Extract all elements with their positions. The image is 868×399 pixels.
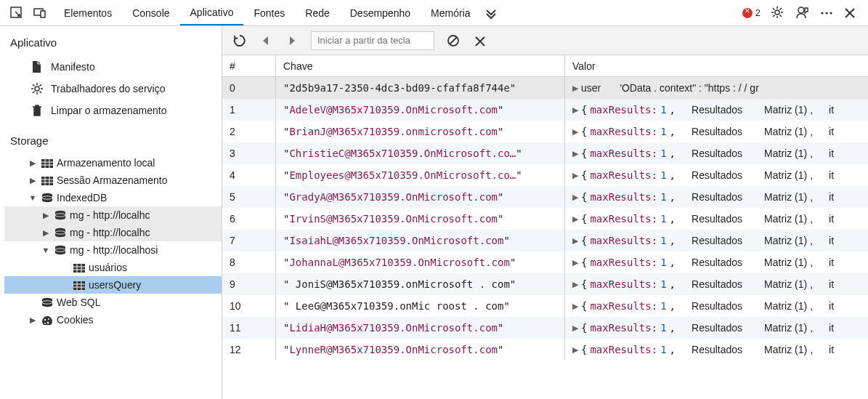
tree-twist-icon[interactable]: ▶ (41, 211, 51, 220)
table-row[interactable]: 5"GradyA@M365x710359.OnMicrosoft.com"▶{m… (222, 186, 868, 208)
tree-item-label: mg - http://localhc (70, 227, 150, 238)
db-icon (54, 245, 67, 255)
expand-icon[interactable]: ▶ (572, 149, 578, 158)
clear-store-button[interactable] (446, 33, 461, 48)
table-row[interactable]: 11"LidiaH@M365x710359.OnMicrosoft.com"▶{… (222, 317, 868, 339)
cell-value: ▶{maxResults: 1,ResultadosMatriz (1),it (565, 142, 868, 164)
expand-icon[interactable]: ▶ (572, 171, 578, 180)
table-icon (41, 175, 54, 185)
tab-rede[interactable]: Rede (295, 0, 339, 25)
cell-index: 4 (222, 164, 276, 186)
settings-icon[interactable] (771, 6, 785, 20)
table-row[interactable]: 6"IrvinS@M365x710359.OnMicrosoft.com"▶{m… (222, 208, 868, 230)
devtools-topbar: ElementosConsoleAplicativoFontesRedeDese… (0, 0, 868, 26)
cell-key: "JohannaL@M365x710359.OnMicrosoft.com" (276, 251, 565, 273)
cell-key: "IsaiahL@M365x710359.OnMicrosoft.com" (276, 230, 565, 251)
table-row[interactable]: 2"BrianJ@M365x710359.onmicrosoft.com"▶{m… (222, 121, 868, 142)
expand-icon[interactable]: ▶ (572, 105, 578, 115)
table-row[interactable]: 7"IsaiahL@M365x710359.OnMicrosoft.com"▶{… (222, 230, 868, 251)
key-filter-input[interactable] (311, 31, 434, 50)
tree-item[interactable]: ▶Armazenamento local (4, 154, 222, 172)
tree-twist-icon[interactable]: ▶ (41, 228, 51, 238)
tree-item-label: mg - http://localhc (70, 209, 150, 221)
expand-icon[interactable]: ▶ (572, 258, 578, 267)
header-index[interactable]: # (222, 55, 276, 76)
tree-twist-icon[interactable]: ▶ (28, 176, 38, 185)
expand-icon[interactable]: ▶ (572, 236, 578, 246)
cell-value: ▶{maxResults: 1,ResultadosMatriz (1),it (565, 208, 868, 230)
cell-value: ▶{maxResults: 1,ResultadosMatriz (1),it (565, 295, 868, 317)
trash-icon (31, 104, 44, 117)
sidebar-item-limpar-o-armazenamento[interactable]: Limpar o armazenamento (0, 100, 222, 121)
cell-key: " LeeG@M365x710359.onMic roost . com" (276, 295, 565, 317)
tree-item-label: usersQuery (89, 279, 141, 291)
tab-aplicativo[interactable]: Aplicativo (180, 0, 244, 25)
table-row[interactable]: 8"JohannaL@M365x710359.OnMicrosoft.com"▶… (222, 251, 868, 273)
tree-item[interactable]: Web SQL (4, 294, 222, 311)
tree-twist-icon[interactable]: ▼ (28, 193, 38, 202)
cell-key: " JoniS@M365x710359.onMicrosoft . com" (276, 273, 565, 295)
sidebar-item-trabalhadores-do-serviço[interactable]: Trabalhadores do serviço (0, 78, 222, 100)
tree-twist-icon[interactable]: ▶ (28, 158, 38, 168)
table-icon (73, 280, 86, 290)
cell-key: "IrvinS@M365x710359.OnMicrosoft.com" (276, 208, 565, 230)
expand-icon[interactable]: ▶ (572, 323, 578, 333)
error-count-badge[interactable]: 2 (742, 7, 760, 18)
tree-item[interactable]: ▶Cookies (4, 311, 222, 329)
tree-item-label: Cookies (57, 314, 94, 326)
tree-item[interactable]: ▼mg - http://localhosi (4, 241, 222, 259)
tree-item-label: Sessão Armazenamento (57, 174, 168, 186)
close-devtools-icon[interactable] (843, 7, 856, 20)
next-page-button[interactable] (285, 33, 299, 48)
tab-desempenho[interactable]: Desempenho (340, 0, 421, 25)
header-key[interactable]: Chave (276, 55, 565, 76)
header-value[interactable]: Valor (565, 55, 868, 76)
more-tabs-icon[interactable] (484, 7, 498, 20)
tree-twist-icon[interactable]: ▶ (28, 315, 38, 325)
table-row[interactable]: 0"2d5b9a17-2350-4dc3-bd09-cfaffa8f744e"▶… (222, 77, 868, 99)
db-icon (54, 227, 67, 238)
cell-value: ▶{maxResults: 1,ResultadosMatriz (1),it (565, 230, 868, 251)
expand-icon[interactable]: ▶ (572, 84, 578, 93)
tree-item[interactable]: ▶Sessão Armazenamento (4, 172, 222, 189)
inspect-icon[interactable] (10, 7, 23, 20)
tree-twist-icon[interactable]: ▼ (41, 246, 51, 254)
cell-value: ▶{maxResults: 1,ResultadosMatriz (1),it (565, 273, 868, 295)
table-toolbar (222, 26, 868, 55)
expand-icon[interactable]: ▶ (572, 302, 578, 311)
tree-item[interactable]: ▶mg - http://localhc (4, 206, 222, 224)
device-toggle-icon[interactable] (33, 7, 46, 20)
tree-item[interactable]: ▶mg - http://localhc (4, 224, 222, 241)
table-row[interactable]: 12"LynneR@M365x710359.OnMicrosoft.com"▶{… (222, 339, 868, 360)
top-tabs: ElementosConsoleAplicativoFontesRedeDese… (54, 0, 480, 25)
tab-console[interactable]: Console (122, 0, 179, 25)
tab-memória[interactable]: Memória (421, 0, 480, 25)
expand-icon[interactable]: ▶ (572, 193, 578, 202)
cell-index: 5 (222, 186, 276, 208)
expand-icon[interactable]: ▶ (572, 214, 578, 224)
tree-item[interactable]: ▼IndexedDB (4, 189, 222, 206)
db-icon (41, 193, 54, 203)
table-row[interactable]: 3"ChristieC@M365x710359.OnMicrosoft.co…"… (222, 142, 868, 164)
cell-index: 0 (222, 77, 276, 99)
tab-fontes[interactable]: Fontes (243, 0, 295, 25)
cell-key: "AdeleV@M365x710359.OnMicrosoft.com" (276, 99, 565, 121)
sidebar-item-manifesto[interactable]: Manifesto (0, 56, 222, 78)
expand-icon[interactable]: ▶ (572, 345, 578, 355)
tab-elementos[interactable]: Elementos (54, 0, 122, 25)
table-row[interactable]: 4"Employees@M365x710359.OnMicrosoft.co…"… (222, 164, 868, 186)
tree-item[interactable]: usersQuery (4, 276, 222, 294)
db-icon (54, 210, 67, 220)
prev-page-button[interactable] (259, 33, 273, 48)
delete-selected-button[interactable] (472, 33, 487, 48)
table-row[interactable]: 10" LeeG@M365x710359.onMic roost . com"▶… (222, 295, 868, 317)
expand-icon[interactable]: ▶ (572, 127, 578, 137)
expand-icon[interactable]: ▶ (572, 280, 578, 289)
more-icon[interactable] (820, 7, 833, 20)
refresh-button[interactable] (232, 33, 247, 48)
table-row[interactable]: 1"AdeleV@M365x710359.OnMicrosoft.com"▶{m… (222, 99, 868, 121)
feedback-icon[interactable] (795, 6, 810, 20)
tree-item[interactable]: usuários (4, 259, 222, 276)
table-row[interactable]: 9" JoniS@M365x710359.onMicrosoft . com"▶… (222, 273, 868, 295)
error-icon (742, 8, 753, 18)
